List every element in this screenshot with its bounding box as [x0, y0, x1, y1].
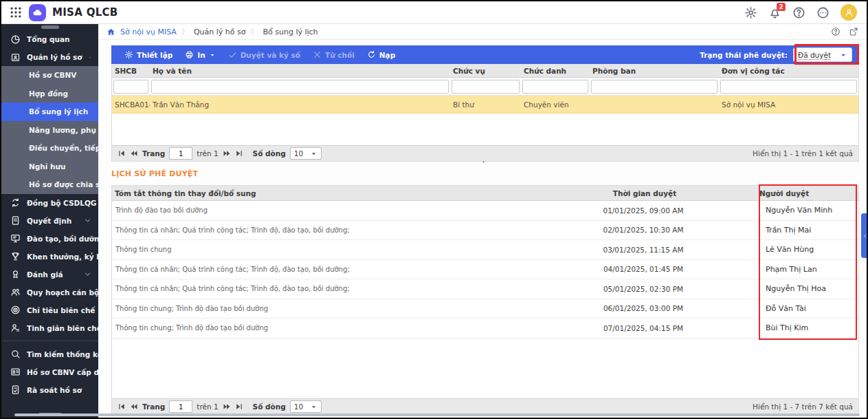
sidebar-item-ho-so-cbnv-cap-duoi[interactable]: Hồ sơ CBNV cấp dưới: [1, 363, 98, 381]
rows-per-page-label: Số dòng: [253, 402, 286, 411]
document-icon: [10, 215, 21, 226]
filter-input-chuc-danh[interactable]: [522, 80, 588, 94]
employee-grid-header: SHCB Họ và tên Chức vụ Chức danh Phòng b…: [112, 64, 858, 78]
sidebar-subitem-hop-dong[interactable]: Hợp đồng: [1, 85, 98, 103]
rows-per-page-select[interactable]: 10: [290, 400, 322, 413]
status-filter-dropdown[interactable]: Đã duyệt: [793, 47, 852, 62]
previous-page-icon[interactable]: [130, 149, 138, 158]
employee-grid: SHCB Họ và tên Chức vụ Chức danh Phòng b…: [111, 64, 859, 162]
page-number-input[interactable]: [169, 400, 192, 413]
next-page-icon[interactable]: [223, 402, 231, 411]
sidebar-subitem-ho-so-duoc-chia-se[interactable]: Hồ sơ được chia sẻ: [1, 175, 98, 194]
sidebar-item-tim-kiem-thong-ke[interactable]: Tìm kiếm thống kê: [1, 345, 98, 363]
help-circle-icon[interactable]: [831, 27, 841, 36]
popout-window-icon[interactable]: [849, 27, 858, 36]
sidebar-subitem-ho-so-cbnv[interactable]: Hồ sơ CBNV: [1, 66, 98, 85]
sidebar-item-danh-gia[interactable]: Đánh giá: [1, 266, 98, 283]
horizontal-scrollbar[interactable]: [14, 413, 860, 416]
sidebar-item-chi-tieu-bien-che[interactable]: Chỉ tiêu biên chế: [1, 301, 98, 319]
sidebar-divider: [1, 341, 98, 341]
monitor-icon: [10, 233, 21, 244]
column-header-approver[interactable]: Người duyệt: [757, 186, 858, 200]
filter-input-don-vi-cong-tac[interactable]: [720, 80, 857, 94]
history-row[interactable]: Thông tin cá nhân; Quá trình công tác; T…: [112, 260, 858, 280]
print-button[interactable]: In: [179, 45, 221, 64]
column-header-ho-va-ten[interactable]: Họ và tên: [150, 64, 450, 77]
help-icon[interactable]: [792, 6, 805, 19]
sidebar-item-ra-soat-ho-so[interactable]: Rà soát hồ sơ: [1, 381, 98, 399]
column-header-don-vi-cong-tac[interactable]: Đơn vị công tác: [719, 64, 858, 77]
settings-button[interactable]: Thiết lập: [118, 45, 179, 64]
chevron-down-icon: [84, 270, 91, 278]
employee-row-selected[interactable]: SHCBA014 Trần Văn Thắng Bí thư Chuyên vi…: [112, 96, 858, 114]
last-page-icon[interactable]: [235, 149, 243, 158]
sidebar-subitem-dieu-chuyen-tiep-nhan[interactable]: Điều chuyển, tiếp nhận: [1, 139, 98, 158]
filter-input-chuc-vu[interactable]: [452, 80, 520, 94]
sidebar-item-quyet-dinh[interactable]: Quyết định: [1, 212, 98, 230]
sidebar-item-tinh-gian-bien-che[interactable]: Tinh giản biên chế: [1, 319, 98, 337]
notifications-icon[interactable]: 2: [768, 6, 781, 19]
misa-logo-icon[interactable]: [29, 4, 46, 21]
column-header-chuc-vu[interactable]: Chức vụ: [450, 64, 521, 77]
chevron-left-icon: [863, 233, 868, 239]
sidebar-item-dong-bo-csdlqg[interactable]: Đồng bộ CSDLQG: [1, 194, 98, 212]
sidebar-subitem-nghi-huu[interactable]: Nghỉ hưu: [1, 158, 98, 176]
column-header-phong-ban[interactable]: Phòng ban: [590, 64, 719, 77]
sidebar: Tổng quan Quản lý hồ sơ Hồ sơ CBNV Hợp đ…: [1, 24, 98, 418]
sidebar-item-tong-quan[interactable]: Tổng quan: [1, 30, 98, 48]
last-page-icon[interactable]: [235, 402, 243, 411]
history-row[interactable]: Trình độ đào tạo bồi dưỡng 01/01/2025, 0…: [112, 201, 858, 221]
sync-icon: [10, 197, 21, 208]
badge-card-icon: [10, 52, 21, 63]
home-icon[interactable]: [107, 28, 115, 36]
user-avatar[interactable]: [841, 4, 857, 21]
sidebar-item-quy-hoach-can-bo[interactable]: Quy hoạch cán bộ: [1, 283, 98, 301]
page-number-input[interactable]: [169, 147, 192, 160]
caret-down-icon: [209, 52, 216, 58]
history-grid-header: Tóm tắt thông tin thay đổi/bổ sung Thời …: [112, 186, 858, 201]
history-row[interactable]: Thông tin cá nhân; Quá trình công tác; T…: [112, 221, 858, 241]
filter-input-ho-va-ten[interactable]: [151, 80, 449, 94]
app-grid-icon[interactable]: [9, 6, 23, 19]
breadcrumb-root[interactable]: Sở nội vụ MISA: [120, 28, 177, 36]
filter-input-phong-ban[interactable]: [591, 80, 717, 94]
column-header-shcb[interactable]: SHCB: [112, 64, 150, 77]
more-options-icon[interactable]: [816, 6, 830, 19]
chevron-down-icon: [89, 54, 91, 61]
history-row[interactable]: Thông tin chung; Trình độ đào tạo bồi dư…: [112, 319, 858, 339]
history-row[interactable]: Thông tin chung; Trình độ đào tạo bồi dư…: [112, 299, 858, 319]
caret-down-icon: [310, 150, 318, 158]
history-grid-pagination: Trang trên 1 Số dòng 10 Hiển thị 1 - 7 t…: [112, 398, 858, 414]
first-page-icon[interactable]: [118, 149, 126, 158]
chevron-down-icon: [84, 217, 91, 224]
check-icon: [228, 50, 237, 59]
column-header-approval-time[interactable]: Thời gian duyệt: [530, 186, 757, 200]
sidebar-subitem-bo-sung-ly-lich[interactable]: Bổ sung lý lịch: [1, 103, 98, 121]
column-header-summary[interactable]: Tóm tắt thông tin thay đổi/bổ sung: [112, 186, 530, 200]
gear-icon: [124, 50, 133, 59]
reload-button[interactable]: Nạp: [361, 45, 401, 64]
history-row[interactable]: Thông tin chung 03/01/2025, 11:15 AM Lê …: [112, 240, 858, 260]
first-page-icon[interactable]: [118, 402, 126, 411]
column-header-chuc-danh[interactable]: Chức danh: [521, 64, 590, 77]
rows-per-page-select[interactable]: 10: [290, 147, 322, 160]
panel-collapse-tab[interactable]: [861, 213, 868, 258]
settings-icon[interactable]: [744, 6, 757, 19]
reject-button[interactable]: Từ chối: [307, 45, 361, 64]
next-page-icon[interactable]: [223, 149, 231, 158]
search-icon: [10, 349, 21, 359]
splitter-handle[interactable]: [478, 159, 488, 164]
approve-sign-button[interactable]: Duyệt và ký số: [222, 45, 307, 64]
previous-page-icon[interactable]: [130, 402, 138, 411]
history-row[interactable]: Thông tin cá nhân; Quá trình công tác; T…: [112, 279, 858, 299]
caret-down-icon: [839, 51, 847, 59]
sidebar-subitem-nang-luong-phu-cap[interactable]: Nâng lương, phụ cấp: [1, 121, 98, 140]
sidebar-item-dao-tao-boi-duong[interactable]: Đào tạo, bồi dưỡng: [1, 230, 98, 248]
breadcrumb-level1[interactable]: Quản lý hồ sơ: [194, 28, 246, 36]
sidebar-item-khen-thuong-ky-luat[interactable]: Khen thưởng, kỷ luật: [1, 248, 98, 266]
app-window: MISA QLCB 2 Tổng quan Quản lý hồ sơ Hồ s…: [0, 0, 868, 419]
filter-input-shcb[interactable]: [113, 80, 148, 94]
sidebar-item-quan-ly-ho-so[interactable]: Quản lý hồ sơ: [1, 48, 98, 66]
caret-down-icon: [310, 403, 318, 411]
sidebar-scroll-up-handle[interactable]: [41, 25, 59, 29]
